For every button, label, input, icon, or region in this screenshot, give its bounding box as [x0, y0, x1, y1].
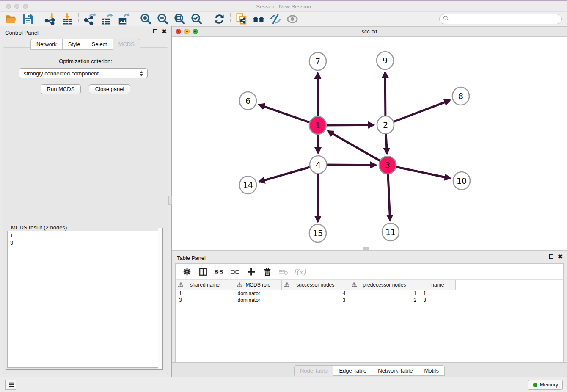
- graph-node-1[interactable]: 1: [309, 116, 326, 134]
- table-float-icon[interactable]: [549, 254, 553, 259]
- canvas-scroll-thumb[interactable]: [363, 247, 369, 250]
- search-input[interactable]: [449, 15, 561, 23]
- svg-text:15: 15: [313, 229, 323, 238]
- svg-text:11: 11: [385, 227, 396, 237]
- tab-edge-table[interactable]: Edge Table: [333, 365, 372, 376]
- table-cell[interactable]: 2: [349, 297, 420, 304]
- tab-node-table[interactable]: Node Table: [294, 365, 334, 376]
- graph-node-4[interactable]: 4: [310, 156, 327, 174]
- tab-style[interactable]: Style: [63, 39, 86, 50]
- network-window-title: scc.txt: [172, 28, 567, 35]
- splitter-grip[interactable]: [168, 196, 172, 205]
- table-close-icon[interactable]: ✖: [558, 254, 563, 259]
- optimization-criterion-label: Optimization criterion:: [3, 58, 168, 64]
- export-network-icon[interactable]: [81, 12, 98, 26]
- graph-node-8[interactable]: 8: [452, 87, 469, 105]
- svg-text:3: 3: [385, 160, 390, 170]
- network-canvas[interactable]: 7968124314101511: [172, 37, 567, 250]
- network-file-icon[interactable]: [233, 12, 250, 26]
- graph-node-11[interactable]: 11: [382, 223, 399, 241]
- graph-node-7[interactable]: 7: [309, 52, 326, 70]
- import-table-icon[interactable]: [59, 12, 76, 26]
- svg-text:8: 8: [458, 91, 463, 101]
- table-cell[interactable]: 1: [420, 290, 455, 297]
- graph-node-10[interactable]: 10: [453, 172, 470, 190]
- svg-text:4: 4: [316, 160, 321, 169]
- tab-mcds[interactable]: MCDS: [113, 39, 140, 50]
- task-history-button[interactable]: [5, 380, 16, 390]
- columns-icon[interactable]: [196, 265, 210, 278]
- refresh-icon[interactable]: [211, 12, 228, 26]
- graph-node-15[interactable]: 15: [309, 224, 326, 242]
- float-panel-icon[interactable]: [153, 29, 157, 33]
- table-toolbar: f(x): [176, 264, 563, 280]
- control-panel: Control Panel ✖ NetworkStyleSelectMCDS O…: [0, 26, 171, 377]
- tab-motifs[interactable]: Motifs: [418, 365, 445, 376]
- mcds-result-text[interactable]: 1 3: [7, 231, 161, 368]
- column-header-name[interactable]: name: [420, 280, 455, 290]
- open-icon[interactable]: [3, 12, 19, 26]
- select-stepper-icon: [139, 70, 144, 77]
- criterion-value: strongly connected component: [24, 70, 99, 77]
- close-panel-button[interactable]: Close panel: [89, 84, 131, 94]
- table-panel: Table Panel ✖: [172, 251, 567, 377]
- graph-edge-1-6[interactable]: [259, 105, 318, 125]
- zoom-fit-icon[interactable]: [171, 12, 188, 26]
- graph-edge-2-8[interactable]: [385, 100, 450, 125]
- memory-button[interactable]: Memory: [528, 380, 563, 390]
- column-header-shared-name[interactable]: shared name: [176, 280, 234, 290]
- graph-edge-3-1[interactable]: [328, 131, 388, 165]
- hide-details-icon[interactable]: [267, 12, 284, 26]
- table-cell[interactable]: 4: [282, 290, 349, 297]
- gear-icon[interactable]: [180, 265, 194, 278]
- table-cell[interactable]: 3: [176, 297, 234, 304]
- graph-node-2[interactable]: 2: [377, 116, 394, 134]
- delete-table-icon[interactable]: [276, 265, 291, 278]
- home-icon[interactable]: [250, 12, 267, 26]
- trash-icon[interactable]: [260, 265, 275, 278]
- export-table-icon[interactable]: [98, 12, 115, 26]
- zoom-out-icon[interactable]: [154, 12, 171, 26]
- table-cell[interactable]: dominator: [234, 297, 282, 304]
- graph-node-3[interactable]: 3: [379, 156, 396, 174]
- tab-network-table[interactable]: Network Table: [372, 365, 418, 376]
- table-cell[interactable]: 3: [420, 297, 455, 304]
- titlebar: Session: New Session: [0, 1, 567, 12]
- result-scrollbar[interactable]: [158, 228, 162, 369]
- clear-checkboxes-icon[interactable]: [228, 265, 242, 278]
- table-row[interactable]: 3dominator323: [176, 297, 456, 304]
- zoom-in-icon[interactable]: [138, 12, 154, 26]
- graph-edge-4-14[interactable]: [259, 165, 318, 182]
- memory-label: Memory: [540, 382, 558, 388]
- close-panel-icon[interactable]: ✖: [162, 29, 167, 33]
- run-mcds-button[interactable]: Run MCDS: [41, 84, 81, 94]
- column-header-MCDS-role[interactable]: MCDS role: [234, 280, 282, 290]
- criterion-select[interactable]: strongly connected component: [19, 68, 148, 78]
- select-all-checkboxes-icon[interactable]: [212, 265, 226, 278]
- tab-network[interactable]: Network: [30, 39, 63, 50]
- table-cell[interactable]: 1: [176, 290, 234, 297]
- window-title: Session: New Session: [0, 3, 567, 10]
- table-row[interactable]: 1dominator411: [176, 290, 456, 297]
- graph-node-6[interactable]: 6: [239, 92, 256, 110]
- table-cell[interactable]: dominator: [234, 290, 282, 297]
- save-icon[interactable]: [19, 12, 36, 26]
- tab-select[interactable]: Select: [86, 39, 113, 50]
- column-header-successor-nodes[interactable]: successor nodes: [282, 280, 349, 290]
- zoom-selected-icon[interactable]: [188, 12, 205, 26]
- export-image-icon[interactable]: [115, 12, 132, 26]
- table-cell[interactable]: 3: [282, 297, 349, 304]
- svg-text:6: 6: [245, 96, 250, 105]
- node-table: shared nameMCDS rolesuccessor nodesprede…: [176, 280, 456, 304]
- graph-node-9[interactable]: 9: [377, 52, 394, 69]
- add-column-icon[interactable]: [244, 265, 259, 278]
- import-network-icon[interactable]: [42, 12, 59, 26]
- table-cell[interactable]: 1: [349, 290, 420, 297]
- search-box[interactable]: [439, 14, 562, 24]
- network-view-window: x – + scc.txt 7968124314101511: [172, 26, 567, 251]
- graph-node-14[interactable]: 14: [239, 176, 256, 194]
- birdseye-icon[interactable]: [284, 12, 301, 26]
- column-header-predecessor-nodes[interactable]: predecessor nodes: [349, 280, 420, 290]
- graph-edge-3-10[interactable]: [388, 165, 450, 178]
- main-toolbar: [0, 12, 567, 26]
